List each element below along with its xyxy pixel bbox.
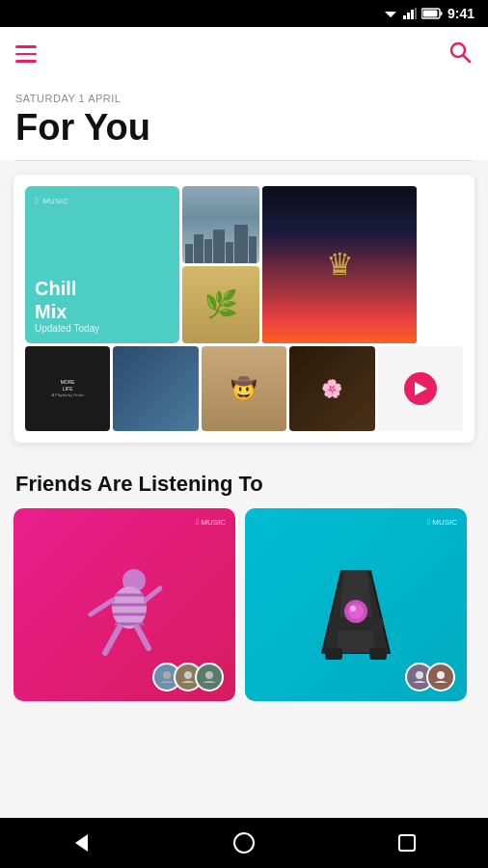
svg-rect-3 xyxy=(407,13,410,19)
svg-line-20 xyxy=(146,588,160,600)
avatar-3 xyxy=(195,663,224,692)
thumbnail-row: MORELIFEA Playlist by Drake 🤠 🌸 xyxy=(25,346,463,431)
wifi-icon xyxy=(383,8,398,19)
svg-rect-29 xyxy=(369,648,387,660)
friend-card-1-avatars xyxy=(152,663,224,692)
svg-rect-28 xyxy=(325,648,342,660)
svg-point-26 xyxy=(348,604,364,619)
svg-line-19 xyxy=(91,600,113,614)
updated-today: Updated Today xyxy=(35,323,170,334)
playlist-grid:  MUSIC Chill Mix Updated Today xyxy=(25,186,463,343)
svg-point-21 xyxy=(163,671,171,679)
apple-music-label:  MUSIC xyxy=(35,196,170,205)
crown-thumbnail[interactable]: ♛ xyxy=(262,186,417,343)
battery-icon xyxy=(421,8,443,19)
svg-line-10 xyxy=(464,56,471,63)
menu-button[interactable] xyxy=(15,45,37,63)
friend-card-1-label:  MUSIC xyxy=(196,518,226,527)
friends-section-title: Friends Are Listening To xyxy=(0,456,488,508)
svg-rect-7 xyxy=(440,12,442,15)
svg-point-12 xyxy=(112,586,147,629)
chill-mix-tile[interactable]:  MUSIC Chill Mix Updated Today xyxy=(25,186,179,343)
friend-card-2-label:  MUSIC xyxy=(427,518,457,527)
play-triangle-icon xyxy=(415,382,427,395)
search-button[interactable] xyxy=(447,40,473,68)
playlist-card[interactable]:  MUSIC Chill Mix Updated Today xyxy=(14,175,474,443)
back-icon xyxy=(75,834,88,852)
blue-thumb[interactable] xyxy=(113,346,198,431)
svg-rect-4 xyxy=(411,10,414,19)
more-life-thumb[interactable]: MORELIFEA Playlist by Drake xyxy=(25,346,110,431)
flowers-thumb[interactable]: 🌸 xyxy=(289,346,374,431)
time-display: 9:41 xyxy=(447,6,474,21)
svg-point-31 xyxy=(437,671,445,679)
signal-icon xyxy=(403,8,417,19)
play-thumb[interactable] xyxy=(378,346,463,431)
plant-thumbnail[interactable]: 🌿 xyxy=(182,266,259,343)
bottom-nav xyxy=(0,818,488,868)
page-header: SATURDAY 1 APRIL For You xyxy=(0,81,488,160)
svg-point-23 xyxy=(205,671,213,679)
friend-card-1[interactable]:  MUSIC xyxy=(14,508,235,701)
back-button[interactable] xyxy=(57,824,105,862)
person-thumb[interactable]: 🤠 xyxy=(202,346,286,431)
recents-icon xyxy=(398,834,416,852)
page-title: For You xyxy=(15,108,473,149)
recents-button[interactable] xyxy=(383,824,431,862)
date-label: SATURDAY 1 APRIL xyxy=(15,93,473,104)
friends-row:  MUSIC xyxy=(0,508,488,701)
dancer-figure xyxy=(81,561,168,667)
search-icon xyxy=(447,40,473,65)
svg-line-17 xyxy=(105,627,120,653)
svg-marker-1 xyxy=(387,14,394,17)
home-button[interactable] xyxy=(220,824,268,862)
header-divider xyxy=(15,160,473,161)
chill-mix-title: Chill Mix xyxy=(35,277,170,323)
avatar-5 xyxy=(426,663,455,692)
status-icons: 9:41 xyxy=(383,6,474,21)
svg-point-27 xyxy=(350,606,356,611)
svg-point-30 xyxy=(416,671,423,679)
svg-rect-5 xyxy=(415,8,417,19)
home-icon xyxy=(233,832,255,854)
svg-point-22 xyxy=(184,671,192,679)
buildings-thumbnail[interactable] xyxy=(182,186,259,263)
svg-rect-2 xyxy=(403,15,406,19)
play-button[interactable] xyxy=(404,372,437,405)
friend-card-2-avatars xyxy=(405,663,455,692)
app-header xyxy=(0,27,488,81)
letter-a-figure xyxy=(308,552,404,667)
svg-rect-8 xyxy=(422,11,437,17)
main-content: SATURDAY 1 APRIL For You  MUSIC Chill M… xyxy=(0,81,488,818)
status-bar: 9:41 xyxy=(0,0,488,27)
svg-line-18 xyxy=(137,627,149,648)
crown-icon: ♛ xyxy=(326,246,354,283)
friend-card-2[interactable]:  MUSIC xyxy=(245,508,467,701)
